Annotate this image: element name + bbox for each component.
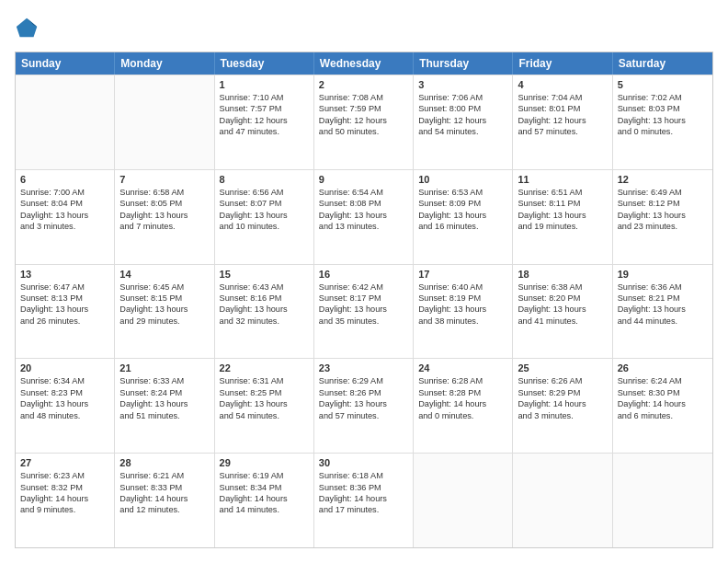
cell-line: Sunrise: 6:42 AM bbox=[319, 282, 408, 293]
cell-line: Daylight: 13 hours bbox=[319, 210, 408, 221]
cell-line: and 10 minutes. bbox=[220, 221, 309, 232]
cal-header-cell-wednesday: Wednesday bbox=[314, 52, 414, 75]
day-number: 14 bbox=[119, 269, 209, 280]
cell-line: Daylight: 14 hours bbox=[518, 398, 607, 409]
cell-line: Sunset: 8:23 PM bbox=[20, 387, 109, 398]
cell-line: Daylight: 14 hours bbox=[119, 493, 209, 504]
cell-line: and 3 minutes. bbox=[20, 221, 109, 232]
cal-header-cell-monday: Monday bbox=[115, 52, 214, 75]
cell-line: Sunrise: 6:45 AM bbox=[119, 282, 209, 293]
cell-line: Sunset: 8:11 PM bbox=[518, 198, 607, 209]
day-number: 12 bbox=[618, 174, 708, 185]
cell-line: Sunset: 8:16 PM bbox=[220, 293, 309, 304]
cal-header-cell-thursday: Thursday bbox=[414, 52, 513, 75]
day-number: 24 bbox=[418, 362, 507, 373]
cell-line: and 14 minutes. bbox=[220, 504, 309, 515]
cell-line: Daylight: 13 hours bbox=[20, 304, 109, 315]
header bbox=[15, 15, 713, 40]
cal-header-cell-sunday: Sunday bbox=[16, 52, 115, 75]
cell-line: Daylight: 13 hours bbox=[20, 398, 109, 409]
cal-cell-r1-c2: 8Sunrise: 6:56 AMSunset: 8:07 PMDaylight… bbox=[215, 170, 314, 264]
cell-line: and 47 minutes. bbox=[220, 126, 309, 137]
cell-line: and 13 minutes. bbox=[319, 221, 408, 232]
cell-line: Sunset: 8:17 PM bbox=[319, 293, 408, 304]
day-number: 11 bbox=[518, 174, 607, 185]
cell-line: Sunset: 8:21 PM bbox=[618, 293, 708, 304]
day-number: 13 bbox=[20, 269, 109, 280]
day-number: 6 bbox=[20, 174, 109, 185]
day-number: 28 bbox=[119, 457, 209, 468]
logo bbox=[15, 15, 44, 40]
cell-line: Sunrise: 6:21 AM bbox=[119, 470, 209, 481]
day-number: 1 bbox=[220, 79, 309, 90]
cal-cell-r3-c0: 20Sunrise: 6:34 AMSunset: 8:23 PMDayligh… bbox=[16, 359, 115, 453]
cal-cell-r4-c5 bbox=[513, 454, 612, 547]
cal-cell-r0-c0 bbox=[16, 75, 115, 169]
cell-line: Sunrise: 6:43 AM bbox=[220, 282, 309, 293]
cell-line: and 6 minutes. bbox=[618, 410, 708, 421]
cal-cell-r3-c1: 21Sunrise: 6:33 AMSunset: 8:24 PMDayligh… bbox=[115, 359, 214, 453]
cell-line: Daylight: 14 hours bbox=[319, 493, 408, 504]
cell-line: and 32 minutes. bbox=[220, 316, 309, 327]
cell-line: Sunrise: 6:34 AM bbox=[20, 375, 109, 386]
svg-marker-0 bbox=[17, 18, 37, 38]
day-number: 9 bbox=[319, 174, 408, 185]
day-number: 2 bbox=[319, 79, 408, 90]
day-number: 17 bbox=[418, 269, 507, 280]
cell-line: and 3 minutes. bbox=[518, 410, 607, 421]
cal-row-2: 13Sunrise: 6:47 AMSunset: 8:13 PMDayligh… bbox=[16, 264, 712, 359]
cell-line: and 57 minutes. bbox=[319, 410, 408, 421]
cell-line: Sunset: 8:26 PM bbox=[319, 387, 408, 398]
cell-line: Sunset: 8:20 PM bbox=[518, 293, 607, 304]
cell-line: Daylight: 13 hours bbox=[518, 210, 607, 221]
cell-line: Sunrise: 6:56 AM bbox=[220, 187, 309, 198]
cal-cell-r2-c2: 15Sunrise: 6:43 AMSunset: 8:16 PMDayligh… bbox=[215, 265, 314, 359]
cal-header-cell-saturday: Saturday bbox=[613, 52, 712, 75]
cell-line: Sunrise: 7:10 AM bbox=[220, 92, 309, 103]
day-number: 27 bbox=[20, 457, 109, 468]
cell-line: Daylight: 13 hours bbox=[220, 304, 309, 315]
page: SundayMondayTuesdayWednesdayThursdayFrid… bbox=[0, 0, 728, 563]
cell-line: and 54 minutes. bbox=[418, 126, 507, 137]
cal-cell-r4-c3: 30Sunrise: 6:18 AMSunset: 8:36 PMDayligh… bbox=[314, 454, 414, 547]
cell-line: Daylight: 12 hours bbox=[518, 115, 607, 126]
cell-line: Sunrise: 6:23 AM bbox=[20, 470, 109, 481]
cell-line: Sunset: 8:25 PM bbox=[220, 387, 309, 398]
day-number: 4 bbox=[518, 79, 607, 90]
cell-line: Daylight: 13 hours bbox=[119, 398, 209, 409]
cell-line: and 7 minutes. bbox=[119, 221, 209, 232]
cal-cell-r3-c4: 24Sunrise: 6:28 AMSunset: 8:28 PMDayligh… bbox=[414, 359, 513, 453]
cell-line: Daylight: 13 hours bbox=[618, 115, 708, 126]
cell-line: Daylight: 13 hours bbox=[319, 398, 408, 409]
cell-line: Daylight: 13 hours bbox=[418, 304, 507, 315]
cell-line: and 17 minutes. bbox=[319, 504, 408, 515]
cell-line: Daylight: 13 hours bbox=[119, 210, 209, 221]
cell-line: Daylight: 13 hours bbox=[418, 210, 507, 221]
cell-line: Daylight: 13 hours bbox=[20, 210, 109, 221]
cell-line: Sunrise: 6:24 AM bbox=[618, 375, 708, 386]
cell-line: Sunrise: 6:49 AM bbox=[618, 187, 708, 198]
cell-line: Sunrise: 6:36 AM bbox=[618, 282, 708, 293]
cell-line: Sunset: 8:30 PM bbox=[618, 387, 708, 398]
cell-line: Sunset: 8:28 PM bbox=[418, 387, 507, 398]
cell-line: Sunset: 7:59 PM bbox=[319, 103, 408, 114]
day-number: 8 bbox=[220, 174, 309, 185]
cell-line: Daylight: 13 hours bbox=[618, 210, 708, 221]
day-number: 23 bbox=[319, 362, 408, 373]
cal-cell-r2-c3: 16Sunrise: 6:42 AMSunset: 8:17 PMDayligh… bbox=[314, 265, 414, 359]
cell-line: Daylight: 14 hours bbox=[20, 493, 109, 504]
cal-cell-r3-c3: 23Sunrise: 6:29 AMSunset: 8:26 PMDayligh… bbox=[314, 359, 414, 453]
cal-cell-r4-c4 bbox=[414, 454, 513, 547]
cell-line: and 12 minutes. bbox=[119, 504, 209, 515]
cell-line: Sunrise: 6:26 AM bbox=[518, 375, 607, 386]
cell-line: Sunrise: 6:19 AM bbox=[220, 470, 309, 481]
cal-cell-r4-c1: 28Sunrise: 6:21 AMSunset: 8:33 PMDayligh… bbox=[115, 454, 214, 547]
day-number: 5 bbox=[618, 79, 708, 90]
day-number: 7 bbox=[119, 174, 209, 185]
cal-cell-r4-c0: 27Sunrise: 6:23 AMSunset: 8:32 PMDayligh… bbox=[16, 454, 115, 547]
cal-cell-r0-c2: 1Sunrise: 7:10 AMSunset: 7:57 PMDaylight… bbox=[215, 75, 314, 169]
cal-cell-r3-c2: 22Sunrise: 6:31 AMSunset: 8:25 PMDayligh… bbox=[215, 359, 314, 453]
cal-cell-r2-c1: 14Sunrise: 6:45 AMSunset: 8:15 PMDayligh… bbox=[115, 265, 214, 359]
cell-line: Daylight: 12 hours bbox=[220, 115, 309, 126]
cell-line: and 9 minutes. bbox=[20, 504, 109, 515]
